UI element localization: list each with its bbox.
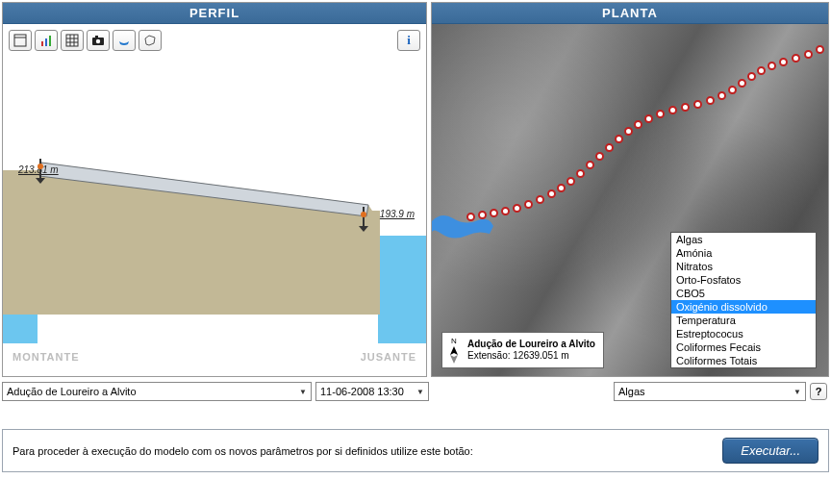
parameter-option[interactable]: Amónia [671,246,816,260]
svg-rect-0 [14,35,26,46]
execute-button[interactable]: Executar... [722,438,818,464]
parameter-option[interactable]: CBO5 [671,287,816,300]
map-info-extent-label: Extensão: [467,350,510,361]
pipeline-node[interactable] [605,143,614,152]
boat-icon[interactable] [113,30,136,51]
pipeline-node[interactable] [576,169,585,178]
svg-rect-5 [66,35,78,46]
svg-rect-12 [95,36,98,38]
pipeline-node[interactable] [557,184,566,192]
camera-icon[interactable] [87,30,110,51]
pipeline-node[interactable] [513,204,521,213]
planta-header: PLANTA [432,3,828,24]
chevron-down-icon: ▼ [299,388,307,396]
pipeline-node[interactable] [490,209,498,217]
svg-point-14 [38,164,43,169]
pipeline-node[interactable] [634,120,642,129]
pipeline-node[interactable] [567,177,575,186]
pipeline-node[interactable] [738,79,746,88]
pipeline-node[interactable] [693,100,702,109]
parameter-option[interactable]: Algas [671,233,816,246]
grid-icon[interactable] [61,30,84,51]
parameter-select[interactable]: Algas ▼ [614,382,806,401]
polygon-icon[interactable] [138,30,162,51]
parameter-option[interactable]: Coliformes Totais [671,354,816,367]
pipeline-node[interactable] [547,189,556,198]
pipeline-node[interactable] [779,58,788,66]
pipeline-node[interactable] [728,86,737,94]
pipeline-node[interactable] [804,50,813,59]
window-icon[interactable] [9,30,32,51]
pipeline-select[interactable]: Adução de Loureiro a Alvito ▼ [2,382,312,401]
pipeline-node[interactable] [656,110,665,118]
pipeline-node[interactable] [595,152,604,161]
help-button[interactable]: ? [810,383,827,400]
pipeline-node[interactable] [466,213,475,221]
chevron-down-icon: ▼ [416,388,424,396]
svg-rect-2 [41,41,43,46]
compass-icon: N [446,337,462,364]
map-info-title: Adução de Loureiro a Alvito [467,339,595,349]
pipeline-select-value: Adução de Loureiro a Alvito [7,386,137,397]
parameter-select-value: Algas [618,386,645,397]
perfil-header: PERFIL [3,3,426,24]
upstream-marker [36,159,43,184]
downstream-label: JUSANTE [361,351,416,363]
info-icon[interactable]: i [397,30,420,51]
parameter-listbox[interactable]: AlgasAmóniaNitratosOrto-FosfatosCBO5Oxig… [670,232,817,368]
pipeline-node[interactable] [757,66,766,75]
chevron-down-icon: ▼ [793,388,801,396]
svg-point-11 [96,39,100,43]
pipeline-node[interactable] [681,103,690,112]
map-info-box: N Adução de Loureiro a Alvito Extensão: … [441,332,604,368]
ground-profile [3,151,426,343]
pipeline-node[interactable] [501,207,510,215]
pipeline-node[interactable] [816,45,824,54]
footer-text: Para proceder à execução do modelo com o… [13,445,713,457]
pipeline-node[interactable] [747,72,756,81]
pipeline-node[interactable] [644,114,653,123]
parameter-option[interactable]: Oxigénio dissolvido [671,300,816,314]
pipeline-node[interactable] [668,106,677,114]
parameter-option[interactable]: Temperatura [671,314,816,327]
map-info-extent-value: 12639.051 m [513,350,568,361]
pipeline-node[interactable] [586,161,594,169]
svg-rect-4 [49,36,51,46]
pipeline-node[interactable] [792,54,800,63]
map-canvas[interactable]: N Adução de Loureiro a Alvito Extensão: … [432,24,828,376]
pipeline-node[interactable] [768,62,776,70]
pipeline-node[interactable] [536,195,544,204]
pipeline-node[interactable] [706,96,715,105]
parameter-option[interactable]: Nitratos [671,260,816,273]
bar-chart-icon[interactable] [35,30,58,51]
pipeline-node[interactable] [624,127,633,136]
svg-rect-3 [45,38,47,46]
downstream-elev-label: 193.9 m [380,209,415,219]
parameter-option[interactable]: Coliformes Fecais [671,340,816,354]
pipeline-node[interactable] [478,211,487,219]
profile-toolbar: i [3,24,426,57]
pipeline-node[interactable] [524,200,533,209]
pipeline-node[interactable] [718,91,726,100]
parameter-option[interactable]: Orto-Fosfatos [671,273,816,287]
svg-point-16 [361,212,366,217]
footer-bar: Para proceder à execução do modelo com o… [2,429,829,472]
pipeline-node[interactable] [615,135,623,143]
upstream-label: MONTANTE [13,351,80,363]
datetime-select-value: 11-06-2008 13:30 [320,386,404,397]
parameter-option[interactable]: Estreptococus [671,327,816,340]
downstream-marker [359,207,366,232]
profile-chart: 213.81 m 193.9 m MONTANTE JUSANTE [3,57,426,372]
datetime-select[interactable]: 11-06-2008 13:30 ▼ [315,382,429,401]
